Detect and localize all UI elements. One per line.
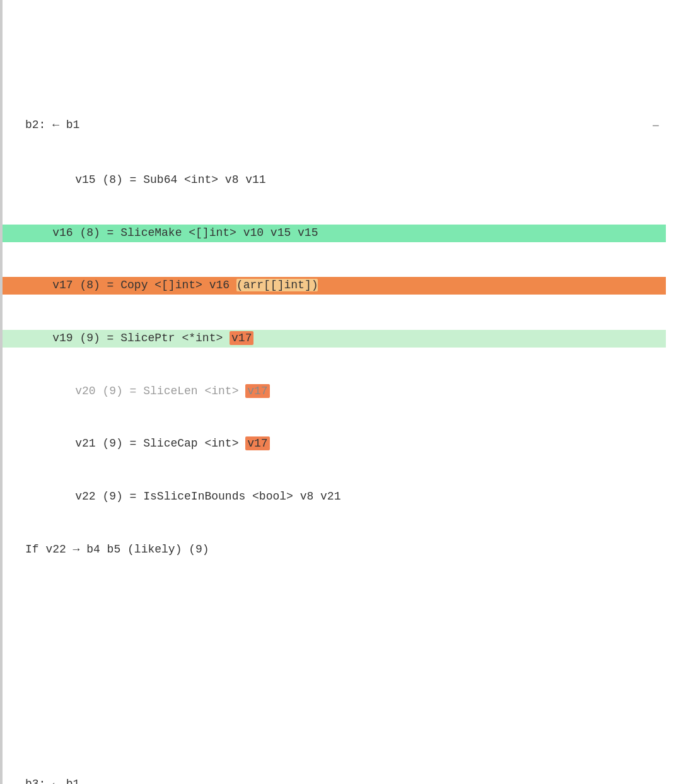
section-b3: b3: ← b1 − v13 (8) = Copy <mem> v6 v14 (… bbox=[25, 741, 666, 784]
b2-line-v21: v21 (9) = SliceCap <int> v17 bbox=[25, 435, 666, 453]
spacer-1 bbox=[25, 653, 666, 670]
b2-line-v22: v22 (9) = IsSliceInBounds <bool> v8 v21 bbox=[25, 488, 666, 506]
b2-line-v16: v16 (8) = SliceMake <[]int> v10 v15 v15 bbox=[3, 225, 666, 242]
code-content: b2: ← b1 − v15 (8) = Sub64 <int> v8 v11 … bbox=[3, 11, 681, 784]
b2-line-if: If v22 → b4 b5 (likely) (9) bbox=[25, 541, 666, 559]
b2-line-v20: v20 (9) = SliceLen <int> v17 bbox=[25, 383, 666, 401]
b3-collapse-button[interactable]: − bbox=[652, 776, 666, 784]
b3-header-text: b3: ← b1 bbox=[25, 776, 79, 784]
b2-collapse-button[interactable]: − bbox=[652, 117, 666, 136]
section-b2: b2: ← b1 − v15 (8) = Sub64 <int> v8 v11 … bbox=[25, 82, 666, 594]
main-container: b2: ← b1 − v15 (8) = Sub64 <int> v8 v11 … bbox=[0, 0, 681, 784]
b2-line-v15: v15 (8) = Sub64 <int> v8 v11 bbox=[25, 172, 666, 189]
section-b3-header: b3: ← b1 − bbox=[25, 776, 666, 784]
section-b2-header: b2: ← b1 − bbox=[25, 117, 666, 136]
b2-header-text: b2: ← b1 bbox=[25, 117, 79, 134]
b2-line-v17: v17 (8) = Copy <[]int> v16 (arr[[]int]) bbox=[3, 277, 666, 295]
b2-line-v19: v19 (9) = SlicePtr <*int> v17 bbox=[3, 330, 666, 348]
